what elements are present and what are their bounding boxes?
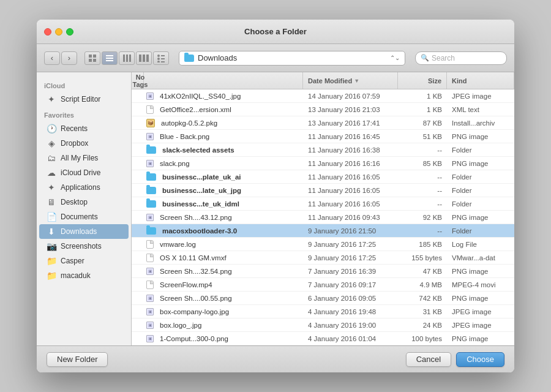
file-name-cell: businessc...late_uk_jpg (132, 184, 303, 197)
sidebar-item-desktop[interactable]: 🖥 Desktop (39, 195, 129, 209)
dropbox-icon: ◈ (47, 138, 56, 148)
table-row[interactable]: ▣ 1-Comput...300-0.png 4 January 2016 01… (132, 332, 514, 345)
file-kind-cell: JPEG image (447, 318, 514, 331)
footer: New Folder Cancel Choose (37, 345, 514, 372)
file-date-cell: 11 January 2016 09:43 (303, 211, 398, 224)
file-size-cell: -- (398, 143, 447, 156)
table-row[interactable]: macosxbootloader-3.0 9 January 2016 21:5… (132, 224, 514, 238)
nav-buttons: ‹ › (44, 51, 77, 65)
new-folder-button[interactable]: New Folder (47, 352, 108, 367)
svg-rect-12 (146, 55, 149, 62)
file-name: box-company-logo.jpg (160, 308, 229, 315)
sidebar-item-applications[interactable]: ✦ Applications (39, 180, 129, 195)
table-row[interactable]: businessc...late_uk_jpg 11 January 2016 … (132, 184, 514, 197)
table-row[interactable]: businessc...plate_uk_ai 11 January 2016 … (132, 170, 514, 184)
recents-icon: 🕐 (47, 124, 56, 134)
search-bar[interactable]: 🔍 Search (415, 51, 507, 65)
sidebar-item-label: Applications (61, 183, 100, 192)
tags-column-header[interactable]: No Tags (132, 72, 144, 89)
table-row[interactable]: GetOffice2...ersion.xml 13 January 2016 … (132, 103, 514, 116)
file-date-cell: 6 January 2016 09:05 (303, 292, 398, 304)
minimize-button[interactable] (55, 28, 62, 36)
kind-column-header[interactable]: Kind (447, 72, 514, 89)
sidebar-item-documents[interactable]: 📄 Documents (39, 209, 129, 224)
sidebar-item-icloud-drive[interactable]: ☁ iCloud Drive (39, 165, 129, 180)
file-name: slack.png (160, 160, 190, 167)
column-headers: No Tags Date Modified ▼ Size Kind (132, 72, 514, 89)
sidebar-item-label: All My Files (61, 154, 98, 162)
file-name: OS X 10.11 GM.vmxf (160, 254, 227, 262)
script-editor-icon: ✦ (47, 94, 56, 104)
table-row[interactable]: 📦 autopkg-0.5.2.pkg 13 January 2016 17:4… (132, 116, 514, 130)
svg-rect-14 (161, 55, 165, 56)
macaduk-icon: 📁 (47, 271, 56, 281)
image-icon: ▣ (146, 308, 154, 315)
sort-arrow: ▼ (354, 78, 359, 84)
file-name: businessc...te_uk_idml (162, 200, 239, 208)
table-row[interactable]: ▣ 41xKO2nIIQL._SS40_.jpg 14 January 2016… (132, 89, 514, 103)
file-size-cell: 47 KB (398, 265, 447, 277)
image-icon: ▣ (146, 160, 154, 167)
file-size-cell: 24 KB (398, 318, 447, 331)
close-button[interactable] (44, 28, 51, 36)
file-size-cell: -- (398, 170, 447, 183)
file-kind-cell: XML text (447, 103, 514, 116)
file-size-cell: 31 KB (398, 305, 447, 318)
sidebar-item-label: macaduk (61, 271, 91, 280)
screenshots-icon: 📷 (47, 241, 56, 251)
file-kind-cell: PNG image (447, 211, 514, 224)
file-name-cell: GetOffice2...ersion.xml (132, 103, 303, 116)
table-row[interactable]: ▣ Screen Sh....32.54.png 7 January 2016 … (132, 265, 514, 278)
table-row[interactable]: slack-selected assets 11 January 2016 16… (132, 143, 514, 157)
sidebar-item-recents[interactable]: 🕐 Recents (39, 121, 129, 136)
pkg-icon: 📦 (146, 119, 155, 127)
file-date-cell: 11 January 2016 16:38 (303, 143, 398, 156)
file-size-cell: 100 bytes (398, 332, 447, 345)
sidebar-item-screenshots[interactable]: 📷 Screenshots (39, 239, 129, 254)
svg-rect-9 (129, 55, 131, 62)
choose-button[interactable]: Choose (456, 352, 504, 367)
table-row[interactable]: vmware.log 9 January 2016 17:25 185 KB L… (132, 238, 514, 251)
file-name-cell: ▣ box-company-logo.jpg (132, 305, 303, 318)
back-button[interactable]: ‹ (44, 51, 60, 65)
cancel-button[interactable]: Cancel (406, 352, 451, 367)
name-column-header[interactable] (144, 72, 303, 89)
maximize-button[interactable] (66, 28, 73, 36)
table-row[interactable]: OS X 10.11 GM.vmxf 9 January 2016 17:25 … (132, 251, 514, 265)
sidebar-item-macaduk[interactable]: 📁 macaduk (39, 268, 129, 283)
forward-button[interactable]: › (61, 51, 77, 65)
file-size-cell: 85 KB (398, 157, 447, 170)
gallery-view-button[interactable] (136, 51, 152, 65)
sidebar-item-all-my-files[interactable]: 🗂 All My Files (39, 151, 129, 165)
file-size-cell: 92 KB (398, 211, 447, 224)
column-view-button[interactable] (119, 51, 135, 65)
table-row[interactable]: ▣ box-company-logo.jpg 4 January 2016 19… (132, 305, 514, 318)
traffic-lights (44, 28, 73, 36)
table-row[interactable]: ▣ box.logo_.jpg 4 January 2016 19:00 24 … (132, 318, 514, 332)
sidebar-item-script-editor[interactable]: ✦ Script Editor (39, 92, 129, 107)
date-column-header[interactable]: Date Modified ▼ (303, 72, 398, 89)
icon-view-button[interactable] (84, 51, 100, 65)
list-view-button[interactable] (102, 51, 118, 65)
size-column-header[interactable]: Size (398, 72, 447, 89)
folder-icon (146, 200, 156, 208)
table-row[interactable]: ▣ Blue - Back.png 11 January 2016 16:45 … (132, 130, 514, 143)
table-row[interactable]: businessc...te_uk_idml 11 January 2016 1… (132, 197, 514, 211)
location-bar[interactable]: Downloads ⌃⌄ (179, 51, 405, 66)
sidebar-item-downloads[interactable]: ⬇ Downloads (39, 224, 129, 239)
table-row[interactable]: ▣ Screen Sh....00.55.png 6 January 2016 … (132, 292, 514, 305)
sidebar-item-casper[interactable]: 📁 Casper (39, 254, 129, 268)
file-kind-cell: PNG image (447, 130, 514, 143)
view-buttons (84, 51, 169, 65)
arrange-button[interactable] (153, 51, 169, 65)
sidebar-item-dropbox[interactable]: ◈ Dropbox (39, 136, 129, 151)
file-name-cell: ▣ Screen Sh....32.54.png (132, 265, 303, 277)
main-content: iCloud ✦ Script Editor Favorites 🕐 Recen… (37, 72, 514, 345)
table-row[interactable]: ScreenFlow.mp4 7 January 2016 09:17 4.9 … (132, 278, 514, 292)
file-name-cell: businessc...plate_uk_ai (132, 170, 303, 183)
file-kind-cell: Folder (447, 224, 514, 237)
table-row[interactable]: ▣ slack.png 11 January 2016 16:16 85 KB … (132, 157, 514, 170)
file-date-cell: 11 January 2016 16:05 (303, 170, 398, 183)
table-row[interactable]: ▣ Screen Sh....43.12.png 11 January 2016… (132, 211, 514, 224)
file-date-cell: 7 January 2016 09:17 (303, 278, 398, 291)
